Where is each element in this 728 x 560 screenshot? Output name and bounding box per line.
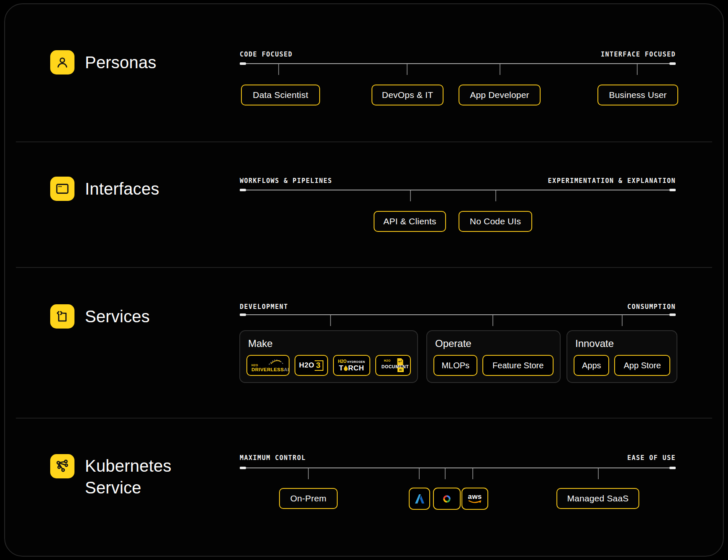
interfaces-title: Interfaces	[85, 178, 159, 200]
persona-app-developer-button[interactable]: App Developer	[459, 85, 541, 105]
torch-sub: HYDROGEN	[347, 360, 365, 364]
operate-chips: MLOPs Feature Store	[433, 355, 554, 376]
scale-tick	[308, 468, 309, 479]
scale-label-right: EASE OF USE	[627, 454, 676, 462]
group-innovate: Innovate Apps App Store	[567, 330, 677, 383]
kubernetes-title: Kubernetes Service	[85, 455, 172, 498]
document-name: DOCUMENT	[382, 364, 409, 369]
group-make-title: Make	[248, 338, 411, 349]
aws-wordmark: aws	[468, 493, 482, 500]
scale-tick	[500, 64, 500, 75]
scale-label-left: MAXIMUM CONTROL	[240, 454, 306, 462]
row-divider	[16, 141, 712, 142]
spectrum-cap-left	[240, 313, 246, 316]
kubernetes-icon	[50, 454, 74, 478]
torch-brand: H2O	[338, 360, 347, 364]
scale-label-left: CODE FOCUSED	[240, 51, 292, 58]
scale-tick	[419, 468, 420, 479]
azure-icon	[413, 493, 426, 505]
h2o3-brand: H2O	[299, 361, 314, 370]
flame-icon	[343, 365, 348, 371]
person-icon	[55, 55, 70, 70]
group-innovate-title: Innovate	[575, 338, 670, 349]
spectrum-cap-right	[669, 189, 676, 191]
service-app-store-button[interactable]: App Store	[614, 355, 670, 376]
deploy-azure-button[interactable]	[409, 488, 430, 510]
scale-tick	[622, 315, 623, 326]
interface-no-code-uis-button[interactable]: No Code UIs	[459, 211, 532, 232]
scale-label-right: EXPERIMENTATION & EXPLANATION	[548, 177, 676, 185]
scale-label-left: DEVELOPMENT	[240, 303, 288, 311]
spectrum-cap-left	[240, 189, 246, 191]
scale-label-left: WORKFLOWS & PIPELINES	[240, 177, 332, 185]
personas-title: Personas	[85, 51, 156, 73]
kubernetes-title-line1: Kubernetes	[85, 455, 172, 477]
product-hydrogen-torch[interactable]: H2OHYDROGEN T RCH	[333, 355, 370, 376]
spectrum-line	[240, 63, 676, 64]
interfaces-icon	[50, 177, 74, 201]
interface-api-clients-button[interactable]: API & Clients	[374, 211, 446, 232]
spectrum-cap-right	[669, 313, 676, 316]
torch-rch: RCH	[348, 365, 364, 372]
document-brand: H2O	[384, 359, 391, 362]
spectrum-cap-right	[669, 62, 676, 65]
scale-tick	[492, 315, 493, 326]
torch-t: T	[339, 365, 343, 372]
spectrum-line	[240, 468, 676, 468]
scale-tick	[598, 468, 599, 479]
product-document-ai[interactable]: H2O DOCUMENT AI	[375, 355, 411, 376]
driverless-name: DRIVERLESSAI	[251, 367, 289, 372]
product-driverless-ai[interactable]: H2O DRIVERLESSAI	[246, 355, 290, 376]
deploy-aws-button[interactable]: aws	[461, 488, 488, 510]
scale-label-right: INTERFACE FOCUSED	[601, 51, 676, 58]
network-nodes-icon	[55, 459, 70, 474]
scale-tick	[637, 64, 638, 75]
persona-data-scientist-button[interactable]: Data Scientist	[241, 85, 320, 105]
scale-tick	[495, 190, 496, 201]
group-make: Make H2O DRIVERLESSAI H2O 3 H2OHYDROGEN …	[239, 330, 418, 383]
aws-smile-icon	[468, 500, 482, 504]
group-operate-title: Operate	[435, 338, 554, 349]
spectrum-cap-right	[669, 467, 676, 469]
persona-business-user-button[interactable]: Business User	[597, 85, 678, 105]
row-divider	[16, 418, 712, 419]
service-apps-button[interactable]: Apps	[574, 355, 609, 376]
deploy-on-prem-button[interactable]: On-Prem	[279, 488, 338, 509]
scale-tick	[330, 315, 331, 326]
h2o3-digit: 3	[315, 360, 323, 371]
innovate-chips: Apps App Store	[574, 355, 670, 376]
document-ai-badge: AI	[397, 367, 404, 372]
services-title: Services	[85, 306, 150, 327]
services-icon	[50, 304, 74, 329]
spectrum-cap-left	[240, 467, 246, 469]
scale-tick	[445, 468, 446, 479]
scale-label-right: CONSUMPTION	[627, 303, 676, 311]
scale-tick	[278, 64, 279, 75]
browser-window-icon	[55, 181, 70, 196]
scale-tick	[410, 190, 411, 201]
driverless-brand: H2O	[251, 364, 258, 367]
deploy-managed-saas-button[interactable]: Managed SaaS	[556, 488, 639, 509]
google-cloud-icon	[440, 493, 454, 505]
persona-devops-it-button[interactable]: DevOps & IT	[372, 85, 443, 105]
service-mlops-button[interactable]: MLOPs	[433, 355, 477, 376]
service-feature-store-button[interactable]: Feature Store	[482, 355, 554, 376]
scale-tick	[407, 64, 408, 75]
make-chips: H2O DRIVERLESSAI H2O 3 H2OHYDROGEN T RCH…	[246, 355, 411, 376]
spectrum-cap-left	[240, 62, 246, 65]
personas-icon	[50, 50, 74, 74]
group-operate: Operate MLOPs Feature Store	[426, 330, 561, 383]
spectrum-line	[240, 190, 676, 190]
row-divider	[16, 267, 712, 268]
product-h2o-3[interactable]: H2O 3	[295, 355, 328, 376]
deploy-google-cloud-button[interactable]	[433, 488, 461, 510]
code-box-icon	[55, 309, 70, 324]
scale-tick	[472, 468, 473, 479]
driverless-road-icon	[267, 357, 286, 365]
spectrum-line	[240, 314, 676, 315]
kubernetes-title-line2: Service	[85, 477, 172, 498]
